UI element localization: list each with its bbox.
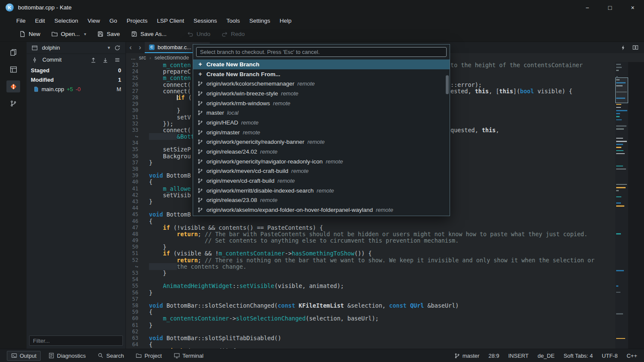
syntax-mode[interactable]: C++ <box>626 353 637 359</box>
filter-input[interactable] <box>29 335 123 346</box>
commit-button[interactable]: Commit <box>42 56 62 63</box>
breadcrumb-src[interactable]: src <box>139 55 146 61</box>
statusbar-tool-diagnostics[interactable]: Diagnostics <box>44 351 90 361</box>
hamburger-menu-icon[interactable] <box>113 56 122 64</box>
line-number: 42 <box>126 192 141 199</box>
menu-view[interactable]: View <box>83 16 104 25</box>
maximize-button[interactable]: □ <box>599 0 621 15</box>
code-line: 52 return; // There is nothing on the ba… <box>126 257 615 264</box>
breadcrumb-collapsed[interactable]: ... <box>131 55 135 61</box>
breadcrumb-selectionmode[interactable]: selectionmode <box>155 55 189 61</box>
code-line: 51 if (visible && !m_contentsContainer->… <box>126 250 615 257</box>
branch-item[interactable]: origin/work/akselmo/expand-folder-on-hov… <box>193 205 450 215</box>
tab-settings-label: Soft Tabs: 4 <box>564 353 593 359</box>
save-button[interactable]: Save <box>93 29 124 39</box>
branch-item[interactable]: origin/work/genericity/navigator-readonl… <box>193 157 450 166</box>
git-branch-icon <box>197 197 203 203</box>
save-as-button[interactable]: Save As... <box>127 29 170 39</box>
menu-help[interactable]: Help <box>275 16 296 25</box>
filesystem-icon[interactable] <box>6 63 20 75</box>
code-line: 61} <box>126 322 615 329</box>
menu-file[interactable]: File <box>12 16 30 25</box>
branches-icon[interactable] <box>6 98 20 110</box>
undo-button[interactable]: Undo <box>183 29 214 39</box>
chevron-down-icon[interactable]: ▾ <box>107 45 110 50</box>
project-icon <box>136 353 142 359</box>
branch-item[interactable]: origin/work/genericity/readonly-bannerre… <box>193 137 450 147</box>
split-view-icon[interactable] <box>632 45 638 50</box>
modified-section[interactable]: Modified 1 <box>27 75 125 84</box>
branch-badge: remote <box>298 80 315 87</box>
line-number: 49 <box>126 237 141 244</box>
line-number: 40 <box>126 179 141 185</box>
git-icon[interactable] <box>6 80 20 92</box>
tab-forward-button[interactable]: › <box>135 42 145 53</box>
menu-tools[interactable]: Tools <box>222 16 244 25</box>
statusbar-tool-search[interactable]: Search <box>93 351 128 361</box>
dictionary[interactable]: de_DE <box>537 353 555 359</box>
tab-back-button[interactable]: ‹ <box>126 42 135 53</box>
popup-scrollbar[interactable] <box>446 75 449 94</box>
modified-file-row[interactable]: main.cpp +5 -0 M <box>27 84 125 94</box>
code-line: 53 } <box>126 270 615 276</box>
line-number: 35 <box>126 146 141 153</box>
minimap-viewport[interactable] <box>615 77 628 103</box>
new-button[interactable]: New <box>15 29 44 39</box>
menu-edit[interactable]: Edit <box>31 16 49 25</box>
git-branch-icon <box>197 149 203 154</box>
tab-settings[interactable]: Soft Tabs: 4 <box>564 353 593 359</box>
terminal-icon <box>174 353 180 359</box>
branch-item[interactable]: origin/HEADremote <box>193 118 450 128</box>
line-number: 33 <box>126 127 141 134</box>
branch-filter-input[interactable] <box>196 47 447 57</box>
staged-section[interactable]: Staged 0 <box>27 65 125 75</box>
statusbar-tool-terminal[interactable]: Terminal <box>170 351 208 361</box>
branch-item[interactable]: origin/work/meven/cd-craft-buildremote <box>193 166 450 176</box>
branch-label: Create New Branch <box>206 61 259 68</box>
statusbar-tool-output[interactable]: Output <box>7 351 41 361</box>
git-branch-status[interactable]: master <box>454 353 480 359</box>
branch-item[interactable]: origin/work/merritt/disable-indexed-sear… <box>193 186 450 196</box>
modified-file-icon <box>33 86 39 92</box>
line-number: 30 <box>126 107 141 114</box>
branch-item[interactable]: origin/work/rmb-windowsremote <box>193 98 450 108</box>
quick-actions-icon[interactable] <box>620 45 626 50</box>
menu-projects[interactable]: Projects <box>122 16 152 25</box>
close-button[interactable]: × <box>621 0 644 15</box>
pull-icon[interactable] <box>101 56 110 64</box>
git-branch-icon <box>197 81 203 86</box>
open-button[interactable]: Open... ▾ <box>48 29 90 39</box>
branch-item[interactable]: +Create New Branch From... <box>193 69 450 79</box>
menu-selection[interactable]: Selection <box>50 16 83 25</box>
branch-item[interactable]: +Create New Branch <box>193 59 450 69</box>
project-selector[interactable]: dolphin ▾ <box>27 42 125 54</box>
menu-settings[interactable]: Settings <box>245 16 274 25</box>
branch-item[interactable]: origin/release/24.02remote <box>193 147 450 157</box>
encoding[interactable]: UTF-8 <box>602 353 618 359</box>
push-icon[interactable] <box>89 56 98 64</box>
menu-go[interactable]: Go <box>105 16 122 25</box>
branch-item[interactable]: origin/masterremote <box>193 128 450 137</box>
branch-item[interactable]: origin/release/23.08remote <box>193 196 450 205</box>
statusbar-tool-project[interactable]: Project <box>131 351 166 361</box>
redo-button[interactable]: Redo <box>218 29 248 39</box>
documents-icon[interactable] <box>6 46 20 58</box>
menu-sessions[interactable]: Sessions <box>189 16 221 25</box>
branch-badge: remote <box>241 119 258 126</box>
branch-item[interactable]: masterlocal <box>193 108 450 118</box>
minimap[interactable] <box>615 62 628 349</box>
branch-item[interactable]: origin/work/win-breeze-styleremote <box>193 89 450 98</box>
syntax-mode-label: C++ <box>626 353 637 359</box>
input-mode[interactable]: INSERT <box>508 353 528 359</box>
code-line: 47 if (!visible && contents() == PasteCo… <box>126 225 615 231</box>
minimize-button[interactable]: − <box>576 0 599 15</box>
line-number: 63 <box>126 335 141 341</box>
menu-lsp-client[interactable]: LSP Client <box>152 16 188 25</box>
search-icon <box>98 353 104 359</box>
branch-item[interactable]: origin/work/kcolorschememanagerremote <box>193 79 450 89</box>
branch-label: origin/work/genericity/readonly-banner <box>206 139 304 145</box>
code-line: 48 return; // The bar with PasteContents… <box>126 231 615 237</box>
refresh-icon[interactable] <box>113 44 122 52</box>
branch-item[interactable]: origin/meven/cd-craft-buildremote <box>193 176 450 186</box>
cursor-position[interactable]: 28:9 <box>489 353 499 359</box>
